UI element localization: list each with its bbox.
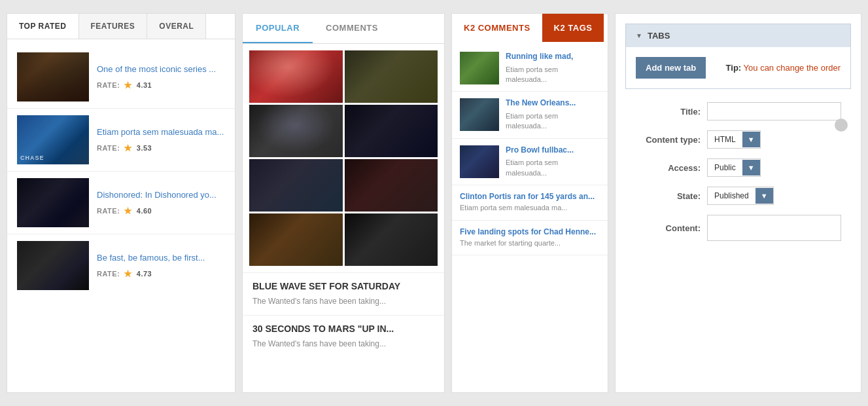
circle-decorator: [835, 119, 848, 132]
form-row-state: State: Published ▼: [635, 187, 841, 205]
article-excerpt: The Wanted's fans have been taking...: [252, 295, 434, 307]
photo-cell[interactable]: [345, 50, 438, 103]
photo-cell[interactable]: [249, 50, 343, 103]
tab-overal[interactable]: OVERAL: [147, 14, 206, 39]
content-type-value: HTML: [708, 131, 742, 148]
rate-value: 4.73: [137, 270, 152, 278]
item-info: Be fast, be famous, be first... RATE: ★ …: [97, 252, 225, 278]
photo-grid: [243, 44, 444, 272]
field-label-title: Title:: [635, 107, 701, 117]
middle-panel: POPULAR COMMENTS BLUE WAVE SET FOR SATUR…: [242, 13, 445, 393]
photo-cell[interactable]: [249, 213, 343, 266]
left-panel: TOP RATED FEATURES OVERAL One of the mos…: [7, 13, 235, 393]
main-container: TOP RATED FEATURES OVERAL One of the mos…: [0, 0, 868, 406]
chevron-down-icon[interactable]: ▼: [755, 188, 773, 204]
item-thumbnail: [460, 145, 499, 178]
list-item: Be fast, be famous, be first... RATE: ★ …: [7, 234, 235, 297]
photo-cell[interactable]: [249, 105, 343, 157]
item-title[interactable]: Five landing spots for Chad Henne...: [460, 227, 600, 236]
add-tab-button[interactable]: Add new tab: [636, 57, 706, 79]
article-excerpt: The Wanted's fans have been taking...: [252, 338, 434, 350]
access-value: Public: [708, 159, 742, 176]
rate-label: RATE:: [97, 270, 120, 278]
rate-value: 4.60: [137, 207, 152, 215]
star-icon: ★: [124, 206, 133, 216]
item-thumbnail: [17, 241, 89, 290]
config-panel: ▼ TABS Add new tab Tip: You can change t…: [615, 13, 861, 393]
tab-top-rated[interactable]: TOP RATED: [7, 14, 79, 39]
form-section: Title: Content type: HTML ▼ Access: Publ…: [625, 99, 851, 254]
rated-list: One of the most iconic series ... RATE: …: [7, 39, 235, 303]
item-title[interactable]: One of the most iconic series ...: [97, 64, 225, 75]
star-icon: ★: [124, 268, 133, 279]
k2-tabs-header: K2 COMMENTS K2 TAGS: [452, 14, 608, 42]
list-item: Running like mad, Etiam porta sem malesu…: [452, 45, 608, 92]
item-info: Dishonored: In Dishonored yo... RATE: ★ …: [97, 189, 225, 215]
chevron-down-icon[interactable]: ▼: [742, 160, 760, 175]
field-label-state: State:: [635, 191, 701, 201]
text-item: Clinton Portis ran for 145 yards an... E…: [452, 185, 608, 220]
config-panel-inner: ▼ TABS Add new tab Tip: You can change t…: [616, 14, 861, 264]
item-title[interactable]: Pro Bowl fullbac...: [506, 145, 600, 156]
item-title[interactable]: The New Orleans...: [506, 98, 600, 109]
form-row-title: Title:: [635, 102, 841, 120]
star-icon: ★: [124, 143, 133, 153]
content-type-select[interactable]: HTML ▼: [707, 130, 761, 149]
field-label-content: Content:: [635, 223, 701, 233]
item-excerpt: Etiam porta sem malesuada...: [506, 65, 600, 85]
list-item: Pro Bowl fullbac... Etiam porta sem male…: [452, 139, 608, 185]
item-thumbnail: [460, 52, 499, 84]
list-item: The New Orleans... Etiam porta sem males…: [452, 92, 608, 138]
tabs-section: ▼ TABS Add new tab Tip: You can change t…: [625, 24, 851, 89]
item-info: Running like mad, Etiam porta sem malesu…: [506, 52, 600, 84]
list-item: CHASE Etiam porta sem malesuada ma... RA…: [7, 109, 235, 172]
photo-cell[interactable]: [345, 105, 438, 157]
rate-label: RATE:: [97, 144, 120, 152]
item-info: Pro Bowl fullbac... Etiam porta sem male…: [506, 145, 600, 178]
state-select[interactable]: Published ▼: [707, 187, 774, 205]
tab-features[interactable]: FEATURES: [79, 14, 148, 39]
item-info: Etiam porta sem malesuada ma... RATE: ★ …: [97, 126, 225, 153]
item-title[interactable]: Clinton Portis ran for 145 yards an...: [460, 192, 600, 201]
item-title[interactable]: Dishonored: In Dishonored yo...: [97, 189, 225, 201]
item-thumbnail: [17, 52, 89, 101]
form-row-content: Content:: [635, 215, 841, 241]
star-icon: ★: [124, 80, 133, 90]
access-select[interactable]: Public ▼: [707, 158, 761, 177]
tab-popular[interactable]: POPULAR: [243, 14, 313, 43]
tab-k2-comments[interactable]: K2 COMMENTS: [452, 14, 542, 42]
item-rate: RATE: ★ 4.31: [97, 80, 225, 90]
popular-tabs-header: POPULAR COMMENTS: [243, 14, 444, 44]
title-input[interactable]: [707, 102, 841, 120]
item-excerpt: Etiam porta sem malesuada...: [506, 158, 600, 178]
item-rate: RATE: ★ 3.53: [97, 143, 225, 153]
photo-cell[interactable]: [345, 159, 438, 212]
item-title[interactable]: Running like mad,: [506, 52, 600, 62]
item-thumbnail: [460, 98, 499, 131]
tabs-section-body: Add new tab Tip: You can change the orde…: [626, 47, 850, 88]
article-title[interactable]: BLUE WAVE SET FOR SATURDAY: [252, 281, 434, 291]
content-textarea[interactable]: [707, 215, 841, 241]
photo-cell[interactable]: [249, 159, 343, 212]
article-title[interactable]: 30 SECONDS TO MARS "UP IN...: [252, 323, 434, 334]
item-rate: RATE: ★ 4.73: [97, 268, 225, 279]
article-item: 30 SECONDS TO MARS "UP IN... The Wanted'…: [243, 315, 444, 358]
field-label-access: Access:: [635, 163, 701, 173]
rate-label: RATE:: [97, 81, 120, 89]
rate-value: 4.31: [137, 81, 152, 89]
arrow-icon: ▼: [636, 32, 642, 39]
item-title[interactable]: Be fast, be famous, be first...: [97, 252, 225, 264]
item-excerpt: The market for starting quarte...: [460, 238, 600, 248]
chevron-down-icon[interactable]: ▼: [742, 132, 760, 147]
list-item: Dishonored: In Dishonored yo... RATE: ★ …: [7, 172, 235, 234]
tabs-section-header: ▼ TABS: [626, 24, 850, 47]
photo-cell[interactable]: [345, 213, 438, 266]
tab-comments[interactable]: COMMENTS: [313, 14, 391, 43]
rate-label: RATE:: [97, 207, 120, 215]
item-title[interactable]: Etiam porta sem malesuada ma...: [97, 126, 225, 138]
state-value: Published: [708, 187, 755, 204]
item-thumbnail: [17, 178, 89, 227]
item-thumbnail: CHASE: [17, 115, 89, 164]
tip-detail: You can change the order: [741, 63, 841, 73]
tab-k2-tags[interactable]: K2 TAGS: [542, 14, 604, 42]
